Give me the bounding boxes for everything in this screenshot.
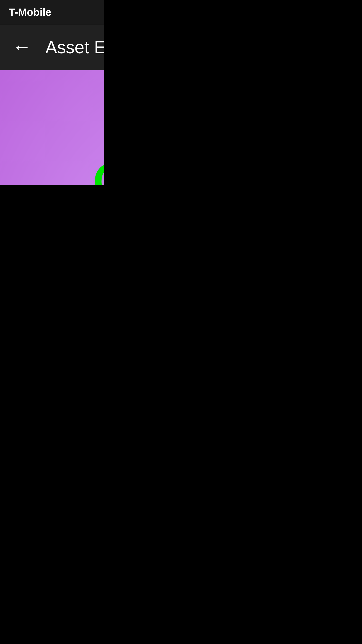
back-button[interactable]: ←: [12, 36, 32, 59]
app-bar: ← Asset Exam 2016 ⋮: [0, 24, 104, 70]
status-bar: T-Mobile ⏰ 4G LTE ▲ 30% 🔋 9:50 AM: [0, 0, 104, 24]
app-bar-title: Asset Exam 2016: [46, 37, 104, 57]
correct-label: Correct!: [93, 152, 104, 185]
carrier-label: T-Mobile: [9, 6, 51, 18]
main-content: Score: 4 of 10 Correct! The answer was: …: [0, 70, 104, 185]
phone-container: T-Mobile ⏰ 4G LTE ▲ 30% 🔋 9:50 AM ← Asse…: [0, 0, 104, 185]
